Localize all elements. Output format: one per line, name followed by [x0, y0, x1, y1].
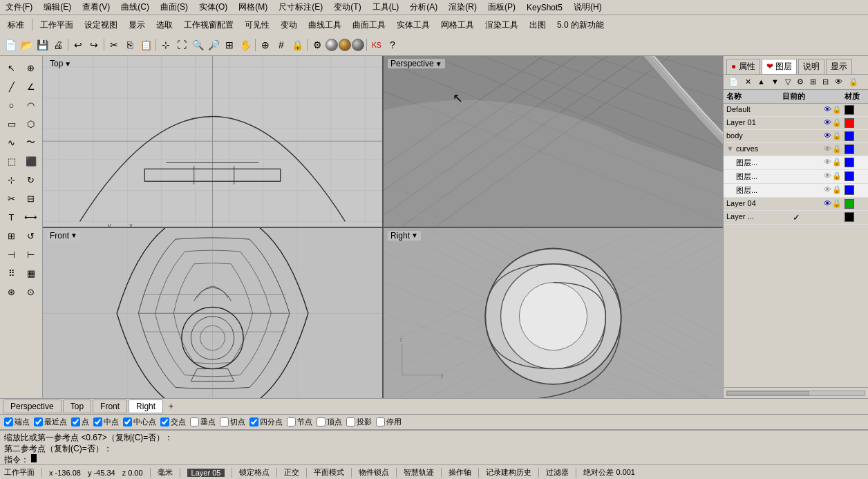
viewport-right-label[interactable]: Right ▼: [388, 231, 421, 241]
render-ball-icon[interactable]: [326, 39, 338, 51]
select-icon[interactable]: ⊹: [158, 37, 173, 53]
toolbar-curvetool[interactable]: 曲线工具: [303, 18, 346, 32]
eye-icon-curves[interactable]: 👁: [824, 144, 831, 154]
vp-tab-perspective[interactable]: Perspective: [3, 400, 62, 413]
rotate-btn-left[interactable]: ↺: [22, 227, 40, 245]
open-file-icon[interactable]: 📂: [19, 37, 34, 53]
analyze-btn[interactable]: ⊙: [22, 283, 40, 301]
snap-knot[interactable]: 节点: [287, 417, 312, 427]
status-layer[interactable]: Layer 05: [187, 469, 225, 477]
status-snap[interactable]: 锁定格点: [239, 467, 270, 478]
viewport-perspective[interactable]: Perspective ▼ ↖: [384, 56, 723, 227]
save-file-icon[interactable]: 💾: [35, 37, 50, 53]
toolbar-viewconfig[interactable]: 工作视窗配置: [179, 18, 238, 32]
vp-tab-add[interactable]: +: [164, 400, 178, 413]
toolbar-visible[interactable]: 可见性: [240, 18, 274, 32]
keyshot-icon[interactable]: KS: [369, 37, 384, 53]
dim-btn[interactable]: ⟷: [22, 208, 40, 226]
viewport-perspective-label[interactable]: Perspective ▼: [388, 59, 445, 68]
lock-icon-04[interactable]: 🔒: [832, 199, 842, 209]
menu-surface[interactable]: 曲面(S): [158, 0, 191, 15]
scrollbar-thumb[interactable]: [727, 391, 809, 395]
vp-tab-top[interactable]: Top: [63, 400, 91, 413]
layer-row-01[interactable]: Layer 01 👁 🔒: [724, 117, 868, 130]
snap-nearest[interactable]: 最近点: [34, 417, 67, 427]
eye-icon-01[interactable]: 👁: [824, 118, 831, 128]
layer-row-sublayer3[interactable]: 图层... 👁 🔒: [724, 184, 868, 198]
layer-row-curves[interactable]: ▼ curves 👁 🔒: [724, 143, 868, 156]
status-smart[interactable]: 智慧轨迹: [404, 467, 434, 478]
toolbar-select[interactable]: 选取: [151, 18, 178, 32]
menu-analysis[interactable]: 分析(A): [407, 0, 440, 15]
scale-btn[interactable]: ⊢: [22, 245, 40, 263]
menu-file[interactable]: 文件(F): [3, 0, 35, 15]
circle-btn[interactable]: ○: [3, 96, 21, 114]
lock-icon[interactable]: 🔒: [290, 37, 305, 53]
vp-tab-right[interactable]: Right: [129, 400, 163, 413]
viewport-top-label[interactable]: Top ▼: [47, 59, 74, 68]
eye-icon-sub2[interactable]: 👁: [824, 171, 831, 182]
move-btn[interactable]: ⊞: [3, 227, 21, 245]
lock-icon-curves[interactable]: 🔒: [832, 144, 842, 154]
toolbar-newfeature[interactable]: 5.0 的新功能: [552, 18, 609, 32]
menu-render[interactable]: 渲染(R): [446, 0, 480, 15]
lock-icon-sub1[interactable]: 🔒: [832, 158, 842, 168]
grid-icon[interactable]: #: [274, 37, 289, 53]
panel-tab-layers[interactable]: ❤ 图层: [762, 59, 797, 74]
toolbar-meshtool[interactable]: 网格工具: [436, 18, 479, 32]
settings-icon[interactable]: ⚙: [310, 37, 325, 53]
zoom-out-icon[interactable]: 🔎: [206, 37, 221, 53]
snap-disable[interactable]: 停用: [376, 417, 402, 427]
toolbar-setview[interactable]: 设定视图: [79, 18, 122, 32]
eye-icon-sub1[interactable]: 👁: [824, 158, 831, 168]
redo-icon[interactable]: ↪: [86, 37, 102, 53]
polygon-btn[interactable]: ⬡: [22, 115, 40, 133]
menu-edit[interactable]: 编辑(E): [41, 0, 74, 15]
layer-row-body[interactable]: body 👁 🔒: [724, 130, 868, 143]
viewport-front[interactable]: Front ▼: [43, 228, 382, 399]
status-ortho[interactable]: 正交: [284, 467, 299, 478]
status-lock[interactable]: 物件锁点: [359, 467, 389, 478]
help-icon[interactable]: ?: [385, 37, 400, 53]
snap-icon[interactable]: ⊕: [258, 37, 273, 53]
menu-dimension[interactable]: 尺寸标注(E): [276, 0, 326, 15]
snap-endpoint[interactable]: 端点: [4, 417, 30, 427]
toolbar-surfacetool[interactable]: 曲面工具: [348, 18, 390, 32]
arc-btn[interactable]: ◠: [22, 96, 40, 114]
menu-transform[interactable]: 变动(T): [331, 0, 364, 15]
history-btn[interactable]: ⊛: [3, 283, 21, 301]
status-flat[interactable]: 平面模式: [314, 467, 344, 478]
panel-tab-properties[interactable]: ● 属性: [726, 59, 760, 74]
snap-project[interactable]: 投影: [346, 417, 372, 427]
copy-icon[interactable]: ⎘: [122, 37, 138, 53]
lock-icon-sub3[interactable]: 🔒: [832, 185, 842, 196]
menu-view[interactable]: 查看(V): [79, 0, 113, 15]
filter-btn[interactable]: ▽: [782, 76, 793, 88]
eye-btn[interactable]: 👁: [832, 76, 845, 88]
lock-icon-sub2[interactable]: 🔒: [832, 171, 842, 182]
lock-icon-body[interactable]: 🔒: [832, 131, 842, 141]
layer-row-sublayer1[interactable]: 图层... 👁 🔒: [724, 156, 868, 170]
panel-tab-display[interactable]: 显示: [826, 59, 852, 74]
layer-row-default[interactable]: Default 👁 🔒: [724, 104, 868, 117]
trim-btn[interactable]: ✂: [3, 189, 21, 207]
polyline-btn[interactable]: ∠: [22, 77, 40, 95]
lock-icon2[interactable]: 🔒: [832, 105, 842, 115]
delete-layer-btn[interactable]: ✕: [742, 76, 754, 88]
paste-icon[interactable]: 📋: [138, 37, 153, 53]
new-file-icon[interactable]: 📄: [3, 37, 18, 53]
vp-tab-front[interactable]: Front: [93, 400, 127, 413]
snap-center[interactable]: 中心点: [123, 417, 156, 427]
status-history[interactable]: 记录建构历史: [486, 467, 531, 478]
command-line3[interactable]: 指令：: [4, 454, 864, 465]
undo-icon[interactable]: ↩: [70, 37, 86, 53]
viewport-top[interactable]: Top ▼: [43, 56, 382, 227]
status-filter[interactable]: 过滤器: [546, 467, 569, 478]
toolbar-print[interactable]: 出图: [525, 18, 551, 32]
snap-point[interactable]: 点: [71, 417, 89, 427]
render-full-icon[interactable]: [352, 39, 364, 51]
horizontal-scrollbar[interactable]: [726, 391, 865, 396]
text-btn[interactable]: T: [3, 208, 21, 226]
print-icon[interactable]: 🖨: [50, 37, 66, 53]
loft-btn[interactable]: ⬛: [22, 152, 40, 170]
